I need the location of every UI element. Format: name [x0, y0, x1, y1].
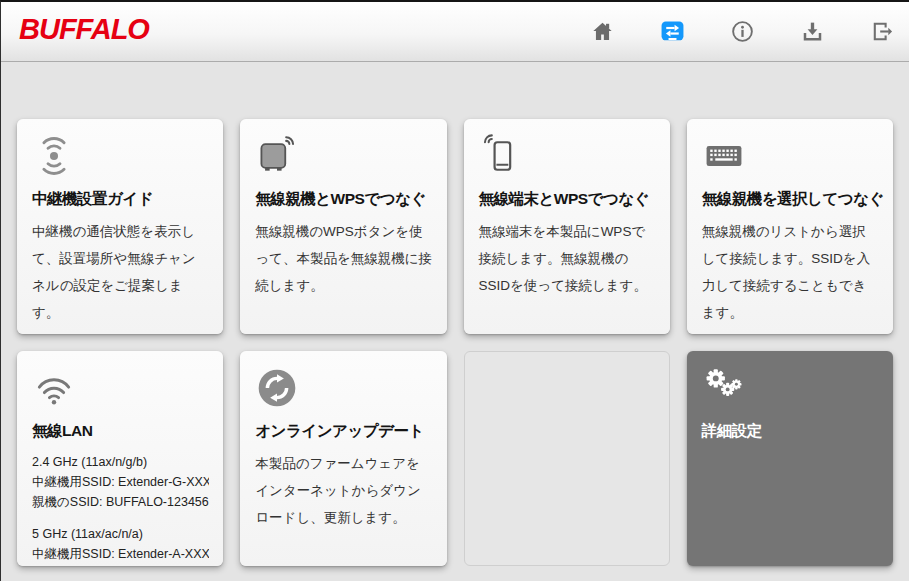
refresh-icon — [255, 366, 432, 410]
nav-download-button[interactable] — [800, 19, 825, 44]
card-body: 無線親機のWPSボタンを使って、本製品を無線親機に接続します。 — [255, 218, 432, 299]
main-content: 中継機設置ガイド 中継機の通信状態を表示して、設置場所や無線チャンネルの設定をご… — [1, 62, 909, 566]
extender-ssid-24ghz: 中継機用SSID: Extender-G-XXXX — [32, 472, 209, 492]
card-body: 無線親機のリストから選択して接続します。SSIDを入力して接続することもできます… — [702, 218, 879, 326]
header-nav — [590, 19, 895, 44]
card-select-router[interactable]: 無線親機を選択してつなぐ 無線親機のリストから選択して接続します。SSIDを入力… — [687, 119, 893, 334]
band-5ghz-label: 5 GHz (11ax/ac/n/a) — [32, 524, 209, 544]
card-body: 無線端末を本製品にWPSで接続します。無線親機のSSIDを使って接続します。 — [479, 218, 656, 299]
card-relay-guide[interactable]: 中継機設置ガイド 中継機の通信状態を表示して、設置場所や無線チャンネルの設定をご… — [17, 119, 223, 334]
card-grid: 中継機設置ガイド 中継機の通信状態を表示して、設置場所や無線チャンネルの設定をご… — [17, 119, 893, 566]
card-advanced-settings[interactable]: 詳細設定 — [687, 351, 893, 566]
card-title: 無線親機とWPSでつなぐ — [255, 189, 432, 210]
info-icon — [730, 19, 755, 44]
gears-icon — [702, 366, 879, 410]
home-icon — [590, 19, 615, 44]
card-title: オンラインアップデート — [255, 421, 432, 442]
extender-status-icon — [660, 19, 685, 44]
card-body: 2.4 GHz (11ax/n/g/b) 中継機用SSID: Extender-… — [32, 452, 209, 566]
router-ssid-5ghz: 親機のSSID: BUFFALO-123456… — [32, 564, 209, 566]
extender-ssid-5ghz: 中継機用SSID: Extender-A-XXXX — [32, 544, 209, 564]
nav-extender-status-button[interactable] — [660, 19, 685, 44]
nav-info-button[interactable] — [730, 19, 755, 44]
card-body: 中継機の通信状態を表示して、設置場所や無線チャンネルの設定をご提案します。 — [32, 218, 209, 326]
card-title: 中継機設置ガイド — [32, 189, 209, 210]
buffalo-logo: BUFFALO — [19, 13, 149, 50]
card-placeholder — [464, 351, 670, 566]
card-title: 無線端末とWPSでつなぐ — [479, 189, 656, 210]
card-wireless-lan[interactable]: 無線LAN 2.4 GHz (11ax/n/g/b) 中継機用SSID: Ext… — [17, 351, 223, 566]
relay-signal-icon — [32, 134, 209, 178]
card-online-update[interactable]: オンラインアップデート 本製品のファームウェアをインターネットからダウンロードし… — [240, 351, 446, 566]
card-title: 無線LAN — [32, 421, 209, 442]
card-title: 無線親機を選択してつなぐ — [702, 189, 879, 210]
card-wps-device[interactable]: 無線端末とWPSでつなぐ 無線端末を本製品にWPSで接続します。無線親機のSSI… — [464, 119, 670, 334]
nav-home-button[interactable] — [590, 19, 615, 44]
card-wps-router[interactable]: 無線親機とWPSでつなぐ 無線親機のWPSボタンを使って、本製品を無線親機に接続… — [240, 119, 446, 334]
nav-logout-button[interactable] — [870, 19, 895, 44]
group-gap — [32, 512, 209, 524]
download-icon — [800, 19, 825, 44]
keyboard-icon — [702, 134, 879, 178]
card-body: 本製品のファームウェアをインターネットからダウンロードし、更新します。 — [255, 450, 432, 531]
header-bar: BUFFALO — [1, 2, 909, 62]
smartphone-wifi-icon — [479, 134, 656, 178]
router-ssid-24ghz: 親機のSSID: BUFFALO-123456… — [32, 492, 209, 512]
router-wifi-icon — [255, 134, 432, 178]
wifi-icon — [32, 366, 209, 410]
logout-icon — [870, 19, 895, 44]
card-title: 詳細設定 — [702, 421, 879, 442]
band-24ghz-label: 2.4 GHz (11ax/n/g/b) — [32, 452, 209, 472]
